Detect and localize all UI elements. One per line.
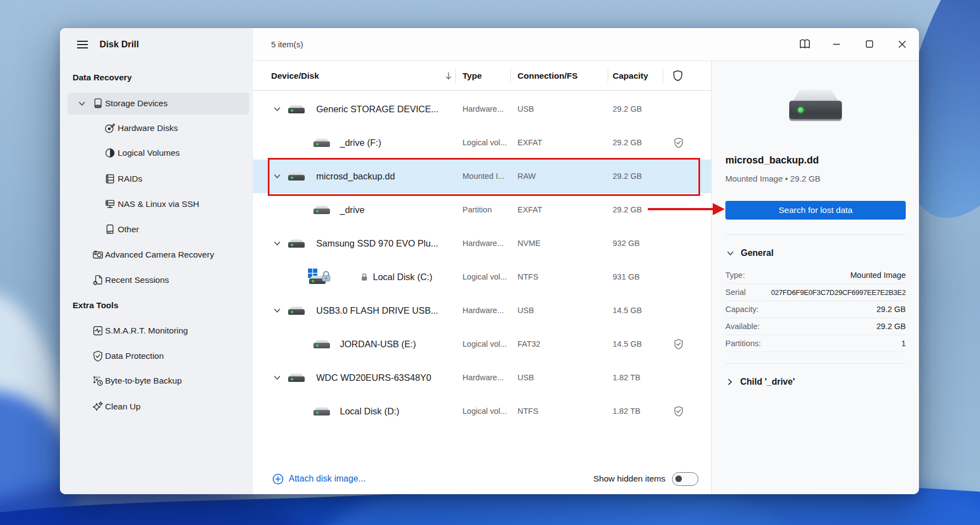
device-capacity: 932 GB <box>613 227 640 260</box>
user-guide-book-icon[interactable] <box>796 36 813 52</box>
byte-backup-icon <box>92 370 104 392</box>
detail-value: 29.2 GB <box>877 305 906 314</box>
chevron-down-icon[interactable] <box>274 294 280 327</box>
device-type: Logical vol... <box>463 327 507 361</box>
raids-icon <box>104 168 116 190</box>
detail-value: Mounted Image <box>850 271 906 280</box>
device-capacity: 29.2 GB <box>613 160 642 193</box>
device-name: JORDAN-USB (E:) <box>340 327 416 361</box>
device-row-local-disk-d[interactable]: Local Disk (D:)Logical vol...NTFS1.82 TB <box>253 395 711 428</box>
device-connection-fs: NTFS <box>517 260 538 294</box>
device-type: Hardware... <box>463 294 504 327</box>
chevron-down-icon[interactable] <box>274 227 280 260</box>
sidebar-item-advanced-camera-recovery[interactable]: Advanced Camera Recovery <box>68 244 249 266</box>
device-connection-fs: NVME <box>517 227 541 260</box>
drive-icon <box>313 395 330 428</box>
device-row-microsd-backup-dd[interactable]: microsd_backup.ddMounted I...RAW29.2 GB <box>253 160 711 193</box>
data-protection-icon <box>92 345 104 367</box>
detail-row: Partitions:1 <box>725 335 906 352</box>
sidebar-item-label: Other <box>118 218 139 240</box>
device-row-drive-f[interactable]: _drive (F:)Logical vol...EXFAT29.2 GB <box>253 126 711 160</box>
detail-label: Type: <box>725 271 745 280</box>
sidebar: Disk Drill Data RecoveryStorage DevicesH… <box>60 28 253 494</box>
drive-led <box>798 107 803 113</box>
device-type: Hardware... <box>463 227 504 260</box>
column-device-disk[interactable]: Device/Disk <box>271 61 319 90</box>
device-type: Mounted I... <box>463 160 505 193</box>
device-connection-fs: FAT32 <box>517 327 541 361</box>
show-hidden-items-toggle[interactable] <box>672 472 698 486</box>
chevron-down-icon[interactable] <box>79 92 85 114</box>
device-connection-fs: USB <box>517 294 534 327</box>
sidebar-item-label: Data Protection <box>105 345 164 367</box>
drive-icon <box>313 193 330 227</box>
sidebar-item-label: Clean Up <box>105 396 141 418</box>
sidebar-item-raids[interactable]: RAIDs <box>68 168 249 190</box>
detail-value: 29.2 GB <box>877 322 906 331</box>
section-title: Child '_drive' <box>740 377 795 387</box>
toggle-knob <box>675 475 682 482</box>
sidebar-item-label: S.M.A.R.T. Monitoring <box>105 320 188 342</box>
device-capacity: 1.82 TB <box>613 395 641 428</box>
chevron-down-icon[interactable] <box>274 361 280 395</box>
chevron-down-icon[interactable] <box>274 160 280 193</box>
chevron-right-icon[interactable] <box>727 379 733 385</box>
sidebar-item-other[interactable]: Other <box>68 218 249 240</box>
chevron-down-icon[interactable] <box>727 250 734 256</box>
attach-disk-image-link[interactable]: Attach disk image... <box>272 463 366 494</box>
device-row-samsung-ssd-970-evo-plu[interactable]: Samsung SSD 970 EVO Plu...Hardware...NVM… <box>253 227 711 260</box>
attach-disk-image-label: Attach disk image... <box>289 474 366 484</box>
drive-icon <box>288 294 305 327</box>
sidebar-item-logical-volumes[interactable]: Logical Volumes <box>68 142 249 164</box>
sidebar-item-data-protection[interactable]: Data Protection <box>68 345 249 367</box>
details-panel: microsd_backup.dd Mounted Image • 29.2 G… <box>711 61 919 494</box>
column-connection-fs[interactable]: Connection/FS <box>517 61 577 90</box>
sidebar-item-byte-to-byte-backup[interactable]: Byte-to-byte Backup <box>68 370 249 392</box>
device-row-drive[interactable]: _drivePartitionEXFAT29.2 GB <box>253 193 711 227</box>
device-capacity: 14.5 GB <box>613 294 642 327</box>
hamburger-menu-icon[interactable] <box>77 41 88 48</box>
section-header-child-drive[interactable]: Child '_drive' <box>727 377 906 387</box>
close-button[interactable] <box>894 36 910 52</box>
device-name: _drive <box>340 193 365 227</box>
windows-system-drive-icon <box>308 260 332 294</box>
section-header-general[interactable]: General <box>727 248 906 258</box>
device-capacity: 14.5 GB <box>613 327 642 361</box>
sidebar-item-hardware-disks[interactable]: Hardware Disks <box>68 117 249 139</box>
shield-outline-icon[interactable] <box>672 69 684 82</box>
device-row-usb3-0-flash-drive-usb[interactable]: USB3.0 FLASH DRIVE USB...Hardware...USB1… <box>253 294 711 327</box>
device-row-local-disk-c[interactable]: Local Disk (C:)Logical vol...NTFS931 GB <box>253 260 711 294</box>
sidebar-item-recent-sessions[interactable]: Recent Sessions <box>68 269 249 291</box>
column-type[interactable]: Type <box>463 61 482 90</box>
search-for-lost-data-button[interactable]: Search for lost data <box>725 201 906 220</box>
sidebar-item-storage-devices[interactable]: Storage Devices <box>68 92 249 114</box>
device-row-generic-storage-device[interactable]: Generic STORAGE DEVICE...Hardware...USB2… <box>253 92 711 126</box>
sidebar-item-nas-linux-via-ssh[interactable]: NAS & Linux via SSH <box>68 193 249 215</box>
sidebar-item-label: Recent Sessions <box>105 269 169 291</box>
drive-icon <box>288 361 305 395</box>
drive-icon <box>313 327 330 361</box>
other-drive-icon <box>104 218 116 240</box>
device-connection-fs: EXFAT <box>517 126 542 160</box>
chevron-down-icon[interactable] <box>274 92 280 126</box>
device-row-wdc-wd20eurs-63s48y0[interactable]: WDC WD20EURS-63S48Y0Hardware...USB1.82 T… <box>253 361 711 395</box>
device-row-jordan-usb-e[interactable]: JORDAN-USB (E:)Logical vol...FAT3214.5 G… <box>253 327 711 361</box>
section-title: General <box>741 248 774 258</box>
device-name: USB3.0 FLASH DRIVE USB... <box>316 294 438 327</box>
maximize-button[interactable] <box>861 36 878 52</box>
device-type: Hardware... <box>463 361 504 395</box>
header-separator <box>663 69 663 83</box>
sidebar-item-s-m-a-r-t-monitoring[interactable]: S.M.A.R.T. Monitoring <box>68 320 249 342</box>
device-capacity: 29.2 GB <box>613 126 642 160</box>
storage-devices-icon <box>92 92 104 114</box>
device-name: Generic STORAGE DEVICE... <box>316 92 439 126</box>
detail-row: Type:Mounted Image <box>725 267 906 284</box>
drive-icon <box>288 92 305 126</box>
sidebar-item-clean-up[interactable]: Clean Up <box>68 396 249 418</box>
smart-monitoring-icon <box>92 320 104 342</box>
sort-descending-icon[interactable] <box>444 72 453 83</box>
detail-row: Serial027FD6F9E0F3C7D29CF6997EE7E2B3E2 <box>725 284 906 301</box>
detail-row: Capacity:29.2 GB <box>725 301 906 318</box>
minimize-button[interactable] <box>828 36 845 52</box>
column-capacity[interactable]: Capacity <box>613 61 648 90</box>
